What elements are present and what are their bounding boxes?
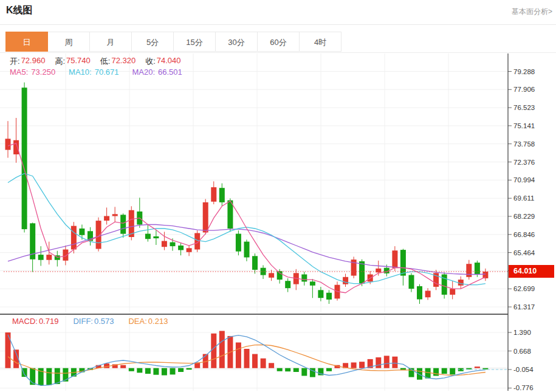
price-tick-label: 68.229 [513, 212, 535, 221]
price-tick-label: 65.464 [513, 249, 535, 257]
high-label: 高: [55, 56, 65, 67]
current-price-value: 64.010 [513, 267, 537, 275]
macd-legend: MACD:0.719 DIFF:0.573 DEA:0.213 [12, 317, 168, 326]
kline-page: K线图 基本面分析> 日 周 月 5分 15分 30分 60分 4时 开:72.… [0, 0, 556, 392]
price-tick-label: 62.699 [513, 284, 535, 293]
open-label: 开: [10, 56, 20, 67]
ma20-label: MA20: [132, 67, 155, 77]
macd-tick-label: 0.668 [513, 347, 531, 356]
close-label: 收: [145, 56, 156, 67]
macd-tick-label: -0.054 [513, 365, 534, 374]
ma20-value: 66.501 [158, 67, 182, 77]
ma5-label: MA5: [10, 67, 28, 77]
price-tick-label: 79.288 [513, 67, 535, 76]
price-tick-label: 66.846 [513, 230, 535, 239]
price-tick-label: 72.376 [513, 158, 535, 167]
high-value: 75.740 [66, 56, 91, 67]
macd-tick-label: 1.390 [513, 328, 531, 337]
low-label: 低: [100, 56, 111, 67]
ma10-value: 70.671 [95, 67, 119, 77]
tab-day[interactable]: 日 [5, 32, 48, 52]
current-price-badge: 64.010 [509, 265, 554, 278]
price-tick-label: 77.906 [513, 85, 535, 94]
low-value: 72.320 [111, 56, 136, 67]
ma10-label: MA10: [69, 67, 92, 77]
close-value: 74.040 [157, 56, 181, 67]
diff-value: 0.573 [94, 317, 114, 326]
open-value: 72.960 [21, 56, 46, 67]
diff-label: DIFF: [73, 317, 93, 326]
price-tick-label: 69.611 [513, 194, 534, 202]
price-tick-label: 70.994 [513, 176, 535, 184]
price-tick-label: 76.523 [513, 103, 535, 112]
dea-label: DEA: [128, 317, 146, 326]
macd-tick-label: -0.776 [513, 383, 534, 392]
macd-value: 0.719 [39, 317, 59, 326]
price-tick-label: 75.141 [513, 122, 535, 130]
dea-value: 0.213 [148, 317, 168, 326]
price-tick-label: 61.317 [513, 303, 535, 311]
ohlc-legend: 开:72.960 高:75.740 低:72.320 收:74.040 [10, 56, 181, 67]
ma5-value: 73.250 [31, 67, 55, 77]
price-tick-label: 73.758 [513, 140, 535, 148]
ma-legend: MA5:73.250 MA10:70.671 MA20:66.501 [10, 67, 182, 77]
macd-label: MACD: [12, 317, 38, 326]
